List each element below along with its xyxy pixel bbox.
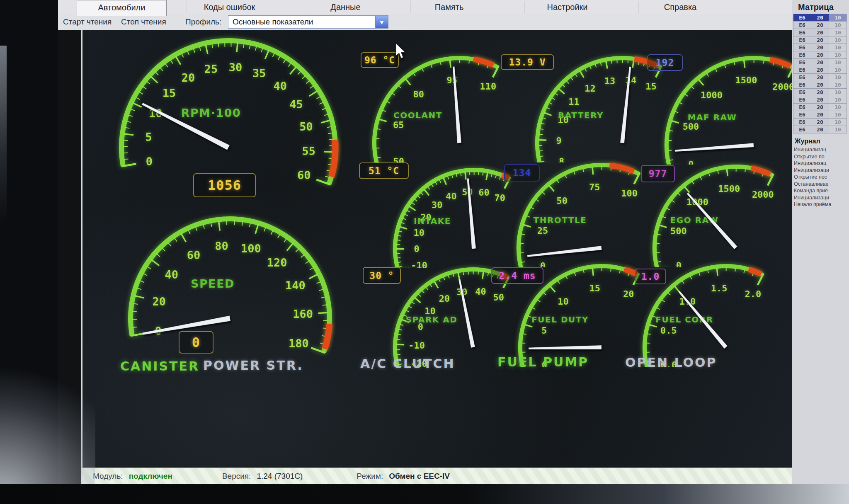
gauge-speed: 020406080100120140160180SPEED <box>106 186 346 368</box>
tab-vehicles[interactable]: Автомобили <box>77 0 167 16</box>
tab-help[interactable]: Справка <box>638 1 722 13</box>
svg-text:25: 25 <box>204 63 218 75</box>
gauge-dashboard: 051015202530354045505560RPM·100105602040… <box>81 30 793 468</box>
matrix-row[interactable]: Е62010 <box>793 74 847 81</box>
svg-text:60: 60 <box>297 169 311 182</box>
tab-error-codes[interactable]: Коды ошибок <box>187 1 272 13</box>
svg-text:10: 10 <box>413 228 424 238</box>
svg-text:5: 5 <box>541 325 547 336</box>
svg-text:THROTTLE: THROTTLE <box>534 215 587 225</box>
tab-memory[interactable]: Память <box>410 1 488 13</box>
svg-text:1.0: 1.0 <box>679 296 696 307</box>
matrix-row[interactable]: Е62010 <box>793 66 847 74</box>
tab-data[interactable]: Данные <box>305 1 386 13</box>
value-box-rpm: 1056 <box>193 173 256 197</box>
svg-text:20: 20 <box>623 289 634 299</box>
matrix-row[interactable]: Е62010 <box>793 44 847 51</box>
svg-text:20: 20 <box>439 293 450 304</box>
tab-settings[interactable]: Настройки <box>524 1 610 13</box>
svg-text:8: 8 <box>559 156 564 162</box>
matrix-table[interactable]: Е62010Е62010Е62010Е62010Е62010Е62010Е620… <box>793 14 847 133</box>
matrix-cell: Е6 <box>793 51 811 59</box>
matrix-cell: Е6 <box>793 59 811 66</box>
chevron-down-icon[interactable]: ▼ <box>375 16 388 28</box>
svg-text:-10: -10 <box>408 340 425 351</box>
log-entry: Открытие по <box>792 153 849 160</box>
matrix-cell: 20 <box>811 44 829 51</box>
matrix-cell: 20 <box>811 89 829 96</box>
svg-text:MAF RAW: MAF RAW <box>688 112 737 122</box>
svg-text:14: 14 <box>626 75 637 85</box>
indicator-fuel-pump: FUEL PUMP <box>497 355 589 369</box>
value-box-ego_raw: 977 <box>641 165 675 182</box>
svg-text:45: 45 <box>289 98 303 111</box>
matrix-cell: 20 <box>811 81 829 89</box>
matrix-row[interactable]: Е62010 <box>793 14 847 22</box>
matrix-cell: 20 <box>811 66 829 74</box>
log-entry: Открытие пос <box>792 174 849 181</box>
matrix-row[interactable]: Е62010 <box>793 119 847 126</box>
svg-text:65: 65 <box>393 120 404 130</box>
mode-value: Обмен с EEC-IV <box>389 472 450 481</box>
svg-text:50: 50 <box>493 292 504 303</box>
indicator-power-str-: POWER STR. <box>203 358 303 373</box>
svg-text:15: 15 <box>163 87 176 99</box>
svg-text:50: 50 <box>393 156 404 162</box>
svg-text:40: 40 <box>475 286 486 297</box>
svg-text:2000: 2000 <box>772 82 793 92</box>
matrix-row[interactable]: Е62010 <box>793 126 847 133</box>
matrix-row[interactable]: Е62010 <box>793 36 847 44</box>
matrix-row[interactable]: Е62010 <box>793 22 847 29</box>
matrix-row[interactable]: Е62010 <box>793 89 847 96</box>
svg-text:2.0: 2.0 <box>745 289 761 299</box>
mode-label: Режим: <box>357 472 383 481</box>
matrix-row[interactable]: Е62010 <box>793 51 847 59</box>
matrix-cell: Е6 <box>793 104 811 111</box>
svg-text:20: 20 <box>152 295 166 308</box>
svg-text:0: 0 <box>418 322 423 332</box>
matrix-cell: Е6 <box>793 74 811 81</box>
side-panel: Матрица Е62010Е62010Е62010Е62010Е62010Е6… <box>792 0 849 504</box>
log-entry: Инициализац <box>792 146 849 153</box>
mouse-cursor-icon <box>395 42 408 61</box>
svg-text:60: 60 <box>478 187 490 198</box>
svg-text:60: 60 <box>187 249 201 262</box>
start-reading-button[interactable]: Старт чтения <box>63 17 112 27</box>
svg-text:1500: 1500 <box>718 184 740 194</box>
stop-reading-button[interactable]: Стоп чтения <box>121 17 166 27</box>
matrix-cell: Е6 <box>793 111 811 119</box>
profile-dropdown-value: Основные показатели <box>228 17 375 27</box>
matrix-cell: 20 <box>811 59 829 66</box>
svg-text:100: 100 <box>241 242 261 255</box>
matrix-cell: 10 <box>829 89 847 96</box>
matrix-row[interactable]: Е62010 <box>793 111 847 119</box>
status-bar: Модуль: подключен Версия: 1.24 (7301C) Р… <box>81 468 792 485</box>
svg-text:120: 120 <box>267 256 287 269</box>
matrix-row[interactable]: Е62010 <box>793 59 847 66</box>
svg-text:10: 10 <box>424 306 436 316</box>
value-box-coolant: 96 °C <box>361 52 399 68</box>
version-label: Версия: <box>222 472 251 481</box>
matrix-cell: 20 <box>811 96 829 104</box>
matrix-row[interactable]: Е62010 <box>793 29 847 36</box>
profile-dropdown[interactable]: Основные показатели ▼ <box>228 15 388 29</box>
svg-text:20: 20 <box>420 212 432 223</box>
matrix-cell: 20 <box>811 126 829 133</box>
matrix-cell: 10 <box>829 96 847 104</box>
value-box-maf_raw: 192 <box>647 54 683 71</box>
matrix-row[interactable]: Е62010 <box>793 96 847 104</box>
module-status-value: подключен <box>129 472 172 481</box>
matrix-cell: 10 <box>829 22 847 29</box>
matrix-cell: 10 <box>829 74 847 81</box>
matrix-cell: Е6 <box>793 66 811 74</box>
matrix-row[interactable]: Е62010 <box>793 81 847 89</box>
svg-text:140: 140 <box>285 279 306 292</box>
svg-text:EGO RAW: EGO RAW <box>670 215 719 225</box>
matrix-cell: Е6 <box>793 96 811 104</box>
gauge-rpm: 051015202530354045505560RPM·100 <box>104 30 344 197</box>
matrix-row[interactable]: Е62010 <box>793 104 847 111</box>
matrix-cell: Е6 <box>793 44 811 51</box>
matrix-cell: 20 <box>811 29 829 36</box>
svg-text:SPEED: SPEED <box>191 277 235 290</box>
indicator-a-c-clutch: A/C CLUTCH <box>360 356 455 371</box>
